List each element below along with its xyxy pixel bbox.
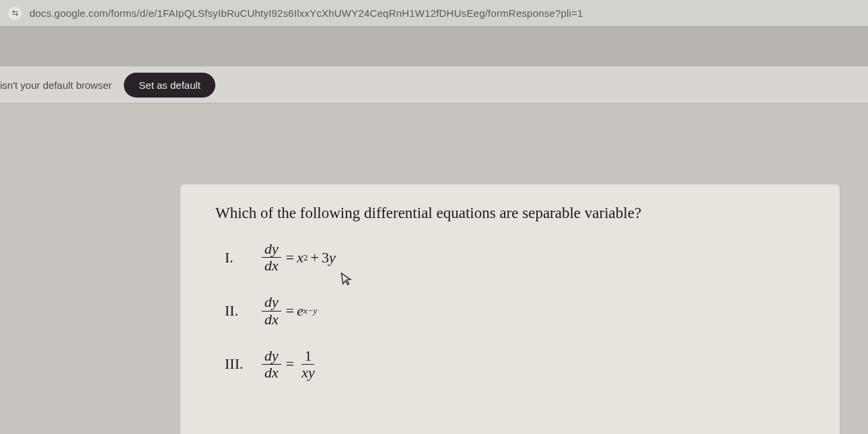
- roman-ii: II.: [225, 302, 260, 320]
- dy-dx-fraction: dy dx: [262, 348, 281, 381]
- set-as-default-button[interactable]: Set as default: [124, 73, 215, 98]
- equation-iii-body: dy dx = 1 xy: [260, 348, 320, 381]
- roman-iii: III.: [225, 355, 260, 373]
- equation-ii-body: dy dx = ex−y: [260, 294, 317, 327]
- site-settings-glyph: ⇆: [12, 9, 18, 17]
- url-text[interactable]: docs.google.com/forms/d/e/1FAIpQLSfsyIbR…: [30, 7, 583, 19]
- equation-i: I. dy dx = x2 + 3y: [225, 241, 805, 274]
- equation-iii: III. dy dx = 1 xy: [225, 348, 805, 381]
- content-area: isn't your default browser Set as defaul…: [0, 66, 868, 434]
- equation-ii: II. dy dx = ex−y: [225, 294, 805, 327]
- url-bar[interactable]: ⇆ docs.google.com/forms/d/e/1FAIpQLSfsyI…: [0, 0, 868, 27]
- question-prompt: Which of the following differential equa…: [215, 205, 805, 222]
- site-settings-icon[interactable]: ⇆: [8, 7, 22, 20]
- equation-i-body: dy dx = x2 + 3y: [260, 241, 336, 274]
- default-browser-bar: isn't your default browser Set as defaul…: [0, 66, 868, 104]
- dy-dx-fraction: dy dx: [262, 241, 281, 274]
- default-browser-message: isn't your default browser: [0, 79, 112, 91]
- form-question-card: Which of the following differential equa…: [180, 184, 840, 434]
- cursor-icon: [340, 270, 355, 290]
- dy-dx-fraction: dy dx: [262, 294, 281, 327]
- roman-i: I.: [225, 249, 260, 266]
- equation-list: I. dy dx = x2 + 3y II. dy dx: [225, 241, 805, 381]
- rhs-fraction: 1 xy: [299, 348, 318, 381]
